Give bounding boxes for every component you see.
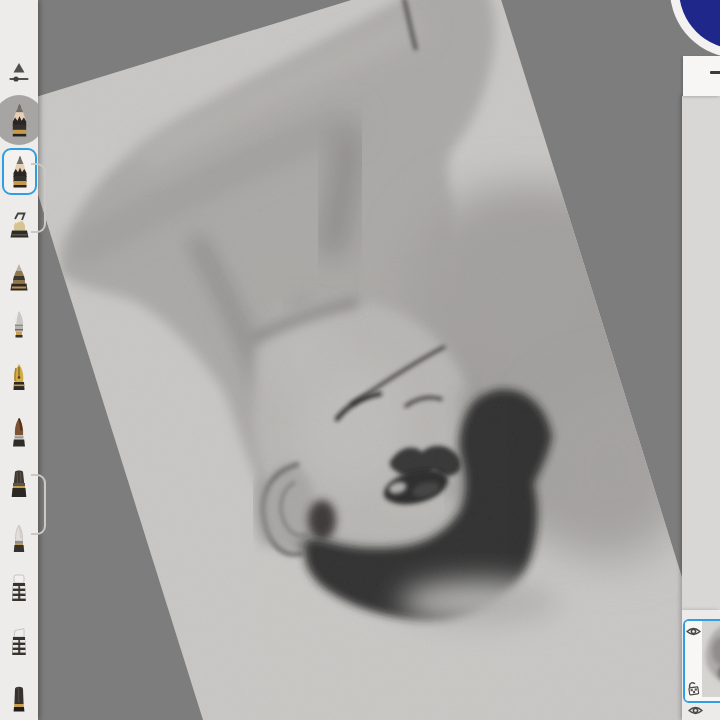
active-tool-badge[interactable] [0,95,38,145]
layer-thumbnail [702,621,720,701]
brush-group-bracket[interactable] [31,474,46,535]
marker-flat-icon [6,572,32,606]
brush-group-bracket[interactable] [31,163,46,233]
right-toolbar-stub[interactable] [683,56,720,96]
airbrush-button[interactable] [0,303,38,349]
minimize-dash-icon [710,71,720,74]
right-panel[interactable] [682,96,720,610]
pen-nib-button[interactable] [0,356,38,402]
round-brush-button[interactable] [0,410,38,456]
pen-nib-icon [6,362,32,396]
eye-icon[interactable] [686,626,701,637]
pencil-tip-icon [6,103,33,138]
eraser-stub-icon [6,682,32,716]
brush-toolbar [0,0,38,720]
ink-pot-brush-icon [6,210,32,244]
eraser-stub-button[interactable] [0,676,38,720]
app-window [0,0,720,720]
alpha-lock-icon[interactable] [687,681,700,696]
layers-panel [682,610,720,720]
marker-flat-button[interactable] [0,566,38,612]
layer-item-selected[interactable] [683,619,720,703]
size-slider-icon [6,60,32,90]
canvas-area[interactable] [0,0,720,720]
cone-brush-icon [6,262,32,296]
cone-brush-button[interactable] [0,256,38,302]
airbrush-icon [6,309,32,343]
pencil-brush-icon [7,155,33,189]
eye-icon[interactable] [688,705,703,716]
soft-brush-icon [6,522,32,556]
brush-size-slider[interactable] [0,52,38,98]
round-brush-icon [6,416,32,450]
marker-angled-button[interactable] [0,620,38,666]
marker-angled-icon [6,626,32,660]
flat-brush-icon [6,467,32,501]
layer-item[interactable] [688,705,703,717]
